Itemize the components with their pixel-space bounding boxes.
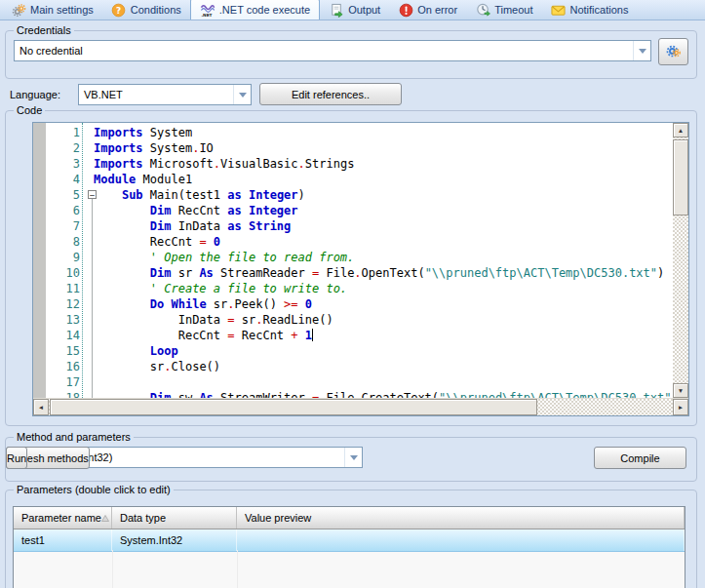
code-line: 10 Dim sr As StreamReader = File.OpenTex… <box>33 265 673 281</box>
tab-net-code-execute[interactable]: .NET.NET code execute <box>190 0 320 20</box>
tab-label: Timeout <box>494 4 532 16</box>
method-and-parameters-group: Method and parameters Main(System.Int32)… <box>5 437 697 482</box>
parameter-cell-parameter-name: test1 <box>14 529 112 551</box>
tab-label: Output <box>348 4 380 16</box>
column-separator <box>112 550 113 588</box>
column-header-parameter-name[interactable]: Parameter name <box>14 507 112 529</box>
manage-credentials-button[interactable] <box>658 38 688 65</box>
tab-label: Main settings <box>30 4 94 16</box>
text-caret <box>312 329 313 341</box>
code-editor-text-area[interactable]: 1Imports System2Imports System.IO3Import… <box>33 123 688 398</box>
credentials-group: Credentials No credential <box>5 30 697 79</box>
chevron-down-icon[interactable] <box>633 41 650 60</box>
code-group: Code 1Imports System2Imports System.IO3I… <box>5 110 697 426</box>
credential-select[interactable]: No credential <box>14 40 651 61</box>
run-button[interactable]: Run <box>6 447 27 469</box>
code-line: 9 ' Open the file to read from. <box>33 250 673 265</box>
tab-label: Notifications <box>569 4 628 16</box>
horizontal-scrollbar[interactable]: ◄ ► <box>33 398 688 415</box>
credentials-group-title: Credentials <box>14 24 74 37</box>
outline-guide-line <box>92 199 93 398</box>
gears-icon <box>11 3 26 18</box>
code-line: 3Imports Microsoft.VisualBasic.Strings <box>33 156 673 172</box>
notifications-icon <box>550 3 566 18</box>
language-label: Language: <box>10 83 60 106</box>
tab-bar: Main settings?Conditions.NET.NET code ex… <box>0 0 705 20</box>
horizontal-scroll-thumb[interactable] <box>50 399 537 415</box>
parameters-table-header: Parameter nameData typeValue preview <box>14 507 685 529</box>
code-line: 18 Dim sw As StreamWriter = File.CreateT… <box>33 390 673 398</box>
error-icon <box>398 3 413 18</box>
help-icon: ? <box>111 3 127 18</box>
tab-conditions[interactable]: ?Conditions <box>102 0 190 20</box>
edit-references-button[interactable]: Edit references.. <box>259 83 402 105</box>
tab-label: Conditions <box>131 4 181 16</box>
column-header-value-preview[interactable]: Value preview <box>237 507 685 529</box>
svg-text:.NET: .NET <box>201 13 212 18</box>
scroll-left-button[interactable]: ◄ <box>33 399 49 415</box>
code-line: 11 ' Create a file to write to. <box>33 281 673 296</box>
code-line: 2Imports System.IO <box>33 140 673 156</box>
tab-label: On error <box>417 4 457 16</box>
parameter-cell-data-type: System.Int32 <box>112 529 237 551</box>
credential-selected-value: No credential <box>15 45 633 57</box>
parameters-table-body: test1System.Int32 <box>14 529 685 552</box>
code-line: 14 RecCnt = RecCnt + 1 <box>33 328 673 343</box>
language-selected-value: VB.NET <box>79 89 233 100</box>
language-row: Language: VB.NET Edit references.. <box>0 83 705 106</box>
column-header-label: Data type <box>120 512 166 524</box>
tab-label: .NET code execute <box>219 4 310 16</box>
code-line: 4Module Module1 <box>33 172 673 187</box>
tab-timeout[interactable]: Timeout <box>466 0 541 20</box>
credential-gear-icon <box>665 43 682 61</box>
code-line: 5 Sub Main(test1 as Integer)− <box>33 187 673 203</box>
parameter-cell-value-preview <box>237 529 685 551</box>
vertical-scrollbar[interactable]: ▲ ▼ <box>673 123 688 398</box>
fold-collapse-toggle[interactable]: − <box>88 190 97 199</box>
code-line: 16 sr.Close() <box>33 359 673 374</box>
parameter-row[interactable]: test1System.Int32 <box>14 529 685 552</box>
parameters-table: Parameter nameData typeValue preview tes… <box>13 506 685 588</box>
code-line: 12 Do While sr.Peek() >= 0 <box>33 296 673 312</box>
output-icon <box>329 3 344 18</box>
svg-text:?: ? <box>116 5 121 15</box>
tab-main-settings[interactable]: Main settings <box>2 0 102 20</box>
compile-button[interactable]: Compile <box>594 447 686 469</box>
code-line: 6 Dim RecCnt as Integer <box>33 203 673 218</box>
tab-notifications[interactable]: Notifications <box>541 0 637 20</box>
code-line: 8 RecCnt = 0 <box>33 234 673 250</box>
code-line: 7 Dim InData as String <box>33 218 673 234</box>
tab-on-error[interactable]: On error <box>389 0 466 20</box>
timeout-icon <box>475 3 490 18</box>
dotnet-icon: .NET <box>200 3 215 18</box>
code-group-title: Code <box>14 104 45 117</box>
code-line: 17 <box>33 374 673 390</box>
code-line: 13 InData = sr.ReadLine() <box>33 312 673 328</box>
sort-asc-icon <box>101 515 109 522</box>
language-select[interactable]: VB.NET <box>78 84 252 105</box>
column-header-data-type[interactable]: Data type <box>112 507 237 529</box>
column-header-label: Parameter name <box>21 512 101 524</box>
scroll-up-button[interactable]: ▲ <box>673 123 688 137</box>
vertical-scroll-thumb[interactable] <box>673 139 688 216</box>
parameters-group-title: Parameters (double click to edit) <box>14 484 174 496</box>
code-line: 1Imports System <box>33 125 673 140</box>
chevron-down-icon[interactable] <box>344 448 362 467</box>
tab-output[interactable]: Output <box>320 0 389 20</box>
scroll-right-button[interactable]: ► <box>673 399 688 415</box>
gutter-separator <box>82 123 83 398</box>
code-line: 15 Loop <box>33 343 673 359</box>
method-group-title: Method and parameters <box>14 431 134 444</box>
parameters-group: Parameters (double click to edit) Parame… <box>5 490 697 588</box>
scroll-down-button[interactable]: ▼ <box>673 383 688 398</box>
code-editor[interactable]: 1Imports System2Imports System.IO3Import… <box>32 122 689 416</box>
column-separator <box>237 550 238 588</box>
chevron-down-icon[interactable] <box>233 85 251 104</box>
net-code-execute-panel: Main settings?Conditions.NET.NET code ex… <box>0 0 705 588</box>
column-header-label: Value preview <box>245 512 311 524</box>
